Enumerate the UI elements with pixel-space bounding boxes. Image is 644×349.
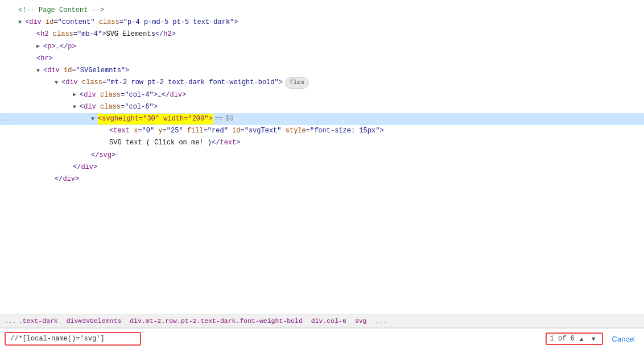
breadcrumb-item-svg[interactable]: svg (355, 317, 367, 325)
code-line: <text x="0" y="25" fill="red" id="svgTex… (0, 125, 644, 137)
breadcrumb-item-div-col6[interactable]: div.col-6 (311, 317, 346, 325)
breadcrumb-bar: ... .text-dark div#SVGelemnts div.mt-2.r… (0, 314, 644, 328)
search-count: 1 of 6 (550, 335, 575, 343)
code-line: <div class="col-4">…</div> (0, 89, 644, 101)
code-line: <hr> (0, 53, 644, 65)
code-line: <!-- Page Content --> (0, 5, 644, 16)
code-line: <p>…</p> (0, 41, 644, 53)
dollar-var: $0 (225, 114, 233, 124)
breadcrumb-item-text-dark[interactable]: .text-dark (19, 317, 58, 325)
breadcrumb-dots-start: ... (5, 317, 16, 325)
code-line: <div id="content" class="p-4 p-md-5 pt-5… (0, 16, 644, 28)
breadcrumb-item-div-row[interactable]: div.mt-2.row.pt-2.text-dark.font-weight-… (130, 317, 303, 325)
breadcrumb-item-div-svg[interactable]: div#SVGelemnts (67, 317, 122, 325)
dots-indicator: ... (0, 114, 10, 124)
breadcrumb-dots-end: ... (375, 317, 387, 325)
triangle-icon[interactable] (36, 42, 43, 51)
triangle-icon[interactable] (36, 67, 43, 76)
code-line: <h2 class="mb-4">SVG Elements</h2> (0, 28, 644, 40)
code-line: <div id="SVGelemnts"> (0, 65, 644, 77)
code-comment: <!-- Page Content --> (18, 5, 104, 16)
search-results-wrapper: 1 of 6 ▲ ▼ (546, 333, 603, 345)
triangle-icon[interactable] (55, 78, 61, 88)
triangle-icon[interactable] (18, 18, 25, 27)
code-line: </div> (0, 173, 644, 185)
triangle-icon[interactable] (73, 90, 80, 99)
code-line: SVG text ( Click on me! )</text> (0, 137, 644, 149)
code-line-svg-highlighted: ... <svg height="30" width="200"> == $0 (0, 113, 644, 125)
search-cancel-button[interactable]: Cancel (608, 333, 639, 345)
search-input-wrapper[interactable] (5, 332, 141, 346)
search-bar: 1 of 6 ▲ ▼ Cancel (0, 328, 644, 349)
triangle-icon[interactable] (91, 115, 98, 124)
search-next-button[interactable]: ▼ (589, 335, 598, 343)
flex-badge: flex (285, 77, 309, 89)
svg-tag: <svg (98, 114, 114, 124)
code-line: <div class="col-6"> (0, 101, 644, 113)
search-prev-button[interactable]: ▲ (577, 335, 587, 343)
code-line: <div class="mt-2 row pt-2 text-dark font… (0, 77, 644, 89)
code-panel: <!-- Page Content --> <div id="content" … (0, 0, 644, 314)
triangle-icon[interactable] (73, 103, 80, 112)
code-line: </div> (0, 161, 644, 173)
code-line: </svg> (0, 149, 644, 161)
search-input[interactable] (10, 335, 135, 343)
